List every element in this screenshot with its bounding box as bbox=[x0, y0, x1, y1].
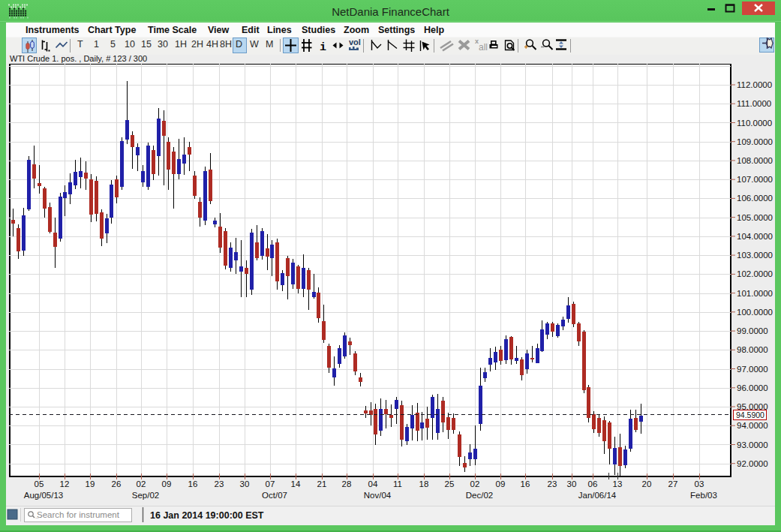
svg-text:11: 11 bbox=[393, 479, 402, 488]
svg-text:93.0000: 93.0000 bbox=[737, 440, 768, 449]
svg-text:25: 25 bbox=[445, 479, 455, 488]
svg-text:103.0000: 103.0000 bbox=[737, 251, 773, 260]
svg-text:94.5900: 94.5900 bbox=[736, 410, 764, 419]
svg-text:09: 09 bbox=[162, 479, 172, 488]
svg-text:Nov/04: Nov/04 bbox=[364, 491, 392, 500]
svg-text:109.0000: 109.0000 bbox=[737, 137, 773, 146]
svg-text:94.0000: 94.0000 bbox=[737, 421, 768, 430]
svg-text:102.0000: 102.0000 bbox=[737, 269, 773, 278]
svg-text:101.0000: 101.0000 bbox=[737, 289, 773, 298]
svg-text:27: 27 bbox=[668, 479, 678, 488]
svg-text:09: 09 bbox=[496, 479, 506, 488]
svg-text:07: 07 bbox=[266, 479, 275, 488]
svg-text:13: 13 bbox=[613, 479, 623, 488]
svg-text:105.0000: 105.0000 bbox=[737, 213, 773, 222]
svg-text:Oct/07: Oct/07 bbox=[262, 491, 287, 500]
svg-text:Search for instrument: Search for instrument bbox=[37, 510, 120, 519]
svg-text:30: 30 bbox=[240, 479, 250, 488]
svg-text:23: 23 bbox=[548, 479, 557, 488]
svg-text:02: 02 bbox=[470, 479, 480, 488]
svg-text:Aug/05/13: Aug/05/13 bbox=[24, 491, 63, 500]
svg-text:Jan/06/14: Jan/06/14 bbox=[578, 491, 617, 500]
svg-text:Dec/02: Dec/02 bbox=[466, 491, 493, 500]
svg-text:02: 02 bbox=[137, 479, 146, 488]
svg-text:19: 19 bbox=[86, 479, 95, 488]
svg-text:110.0000: 110.0000 bbox=[737, 119, 772, 128]
svg-text:104.0000: 104.0000 bbox=[737, 232, 773, 241]
svg-text:04: 04 bbox=[368, 479, 378, 488]
svg-text:28: 28 bbox=[342, 479, 352, 488]
svg-text:Sep/02: Sep/02 bbox=[132, 491, 159, 500]
svg-text:23: 23 bbox=[215, 479, 224, 488]
svg-text:111.0000: 111.0000 bbox=[737, 99, 771, 108]
svg-text:21: 21 bbox=[317, 479, 327, 488]
svg-text:98.0000: 98.0000 bbox=[737, 345, 768, 354]
svg-text:107.0000: 107.0000 bbox=[737, 175, 773, 184]
svg-text:97.0000: 97.0000 bbox=[737, 365, 768, 374]
svg-text:Feb/03: Feb/03 bbox=[690, 491, 717, 500]
svg-text:14: 14 bbox=[291, 479, 301, 488]
svg-text:30: 30 bbox=[567, 479, 577, 488]
svg-text:16: 16 bbox=[521, 479, 530, 488]
svg-text:95.0000: 95.0000 bbox=[737, 402, 768, 411]
svg-text:03: 03 bbox=[695, 479, 704, 488]
svg-text:20: 20 bbox=[642, 479, 652, 488]
svg-text:100.0000: 100.0000 bbox=[737, 308, 773, 317]
svg-text:12: 12 bbox=[60, 479, 70, 488]
svg-text:26: 26 bbox=[112, 479, 122, 488]
svg-text:16 Jan 2014 19:00:00 EST: 16 Jan 2014 19:00:00 EST bbox=[150, 510, 264, 521]
svg-text:108.0000: 108.0000 bbox=[737, 156, 773, 165]
svg-text:05: 05 bbox=[35, 479, 44, 488]
svg-text:18: 18 bbox=[419, 479, 429, 488]
svg-text:16: 16 bbox=[188, 479, 198, 488]
svg-text:92.0000: 92.0000 bbox=[737, 459, 768, 468]
svg-text:06: 06 bbox=[588, 479, 598, 488]
svg-text:112.0000: 112.0000 bbox=[737, 80, 772, 89]
svg-text:99.0000: 99.0000 bbox=[737, 326, 768, 335]
svg-text:106.0000: 106.0000 bbox=[737, 194, 773, 203]
svg-text:96.0000: 96.0000 bbox=[737, 383, 768, 392]
